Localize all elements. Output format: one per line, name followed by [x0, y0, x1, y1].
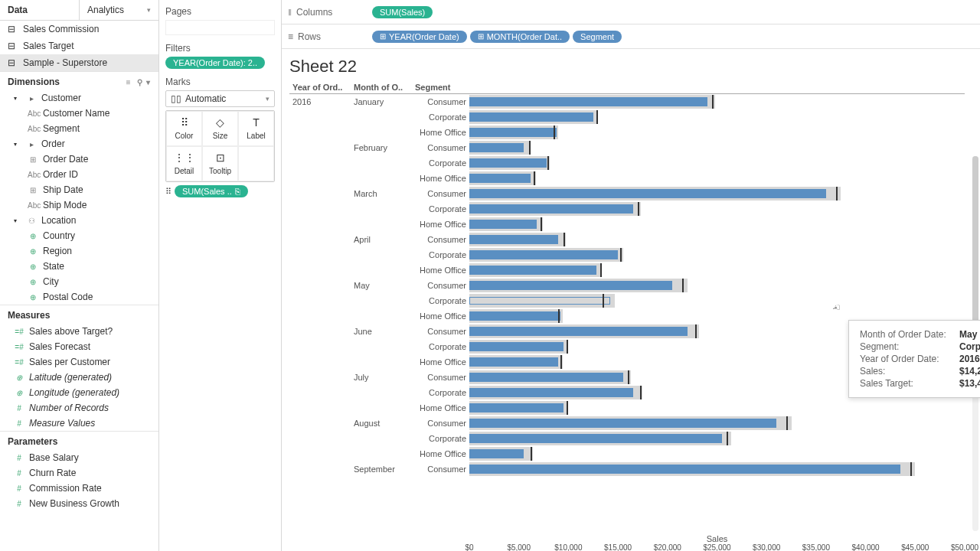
marks-type-select[interactable]: ▯▯ Automatic ▾ [165, 90, 275, 107]
sales-bar[interactable] [469, 204, 633, 214]
field-item[interactable]: ⊕Region [0, 243, 158, 259]
field-item[interactable]: #Commission Rate [0, 481, 158, 496]
field-item[interactable]: #Base Salary [0, 450, 158, 465]
field-item[interactable]: ⊞Ship Date [0, 182, 158, 197]
field-item[interactable]: AbcCustomer Name [0, 106, 158, 121]
tab-data[interactable]: Data [0, 0, 80, 20]
sales-bar[interactable] [469, 403, 564, 412]
marks-label[interactable]: TLabel [238, 111, 274, 146]
marks-size[interactable]: ◇Size [202, 111, 238, 146]
field-item[interactable]: ⊕Latitude (generated) [0, 370, 158, 385]
dimensions-tools[interactable]: ≡ ⚲ ▾ [126, 78, 151, 86]
field-item[interactable]: AbcOrder ID [0, 167, 158, 182]
sheet-title[interactable]: Sheet 22 [289, 57, 965, 77]
bar-row[interactable]: MayConsumer [289, 278, 965, 293]
sales-bar[interactable] [469, 112, 593, 122]
bar-row[interactable]: Corporate [289, 155, 965, 171]
sales-bar[interactable] [469, 342, 564, 351]
field-item[interactable]: #Churn Rate [0, 465, 158, 481]
bar-row[interactable]: Home Office [289, 171, 965, 186]
row-pill[interactable]: ⊞MONTH(Order Dat.. [470, 31, 570, 43]
datasource-item[interactable]: ⊟Sales Target [0, 37, 158, 54]
sales-bar[interactable] [469, 434, 722, 443]
sales-bar[interactable] [469, 419, 776, 428]
tab-analytics[interactable]: Analytics▾ [80, 0, 158, 20]
sales-bar[interactable] [469, 235, 558, 244]
sales-bar[interactable] [469, 297, 610, 305]
field-item[interactable]: =#Sales per Customer [0, 354, 158, 370]
field-item[interactable]: =#Sales above Target? [0, 324, 158, 339]
field-type-icon: ⊕ [28, 232, 38, 240]
field-type-icon: Abc [28, 171, 38, 179]
row-pill[interactable]: Segment [573, 31, 622, 43]
bar-row[interactable]: Corporate [289, 109, 965, 125]
bar-row[interactable]: Home Office [289, 400, 965, 416]
field-item[interactable]: #New Business Growth [0, 496, 158, 511]
sales-bar[interactable] [469, 311, 560, 321]
field-item[interactable]: ▾⚇Location [0, 213, 158, 228]
axis-tick-label: $20,000 [654, 543, 681, 551]
row-pill[interactable]: ⊞YEAR(Order Date) [372, 31, 467, 43]
field-item[interactable]: ⊕Postal Code [0, 289, 158, 305]
field-item[interactable]: AbcSegment [0, 121, 158, 136]
sales-bar[interactable] [469, 174, 531, 183]
sales-bar[interactable] [469, 388, 633, 397]
datasource-item[interactable]: ⊟Sample - Superstore [0, 54, 158, 71]
cards-pane: Pages Filters YEAR(Order Date): 2.. Mark… [159, 0, 282, 551]
axis-tick-label: $10,000 [554, 543, 582, 551]
field-item[interactable]: ⊕Longitude (generated) [0, 385, 158, 400]
sales-bar[interactable] [469, 220, 537, 229]
bar-row[interactable]: Home Office [289, 217, 965, 232]
pages-card[interactable]: Pages [165, 6, 275, 35]
field-item[interactable]: #Measure Values [0, 416, 158, 431]
marks-detail[interactable]: ⋮⋮Detail [166, 146, 202, 181]
sales-bar[interactable] [469, 449, 524, 458]
bar-row[interactable]: MarchConsumer [289, 186, 965, 201]
field-item[interactable]: ⊕State [0, 259, 158, 274]
column-pill[interactable]: SUM(Sales) [372, 6, 433, 18]
field-item[interactable]: =#Sales Forecast [0, 339, 158, 354]
sales-bar[interactable] [469, 373, 623, 382]
field-item[interactable]: ⊞Order Date [0, 152, 158, 167]
bar-row[interactable]: Home Office [289, 446, 965, 461]
sales-bar[interactable] [469, 465, 900, 474]
marks-pill-sum-sales[interactable]: SUM(Sales .. ⎘ [175, 185, 248, 197]
sales-bar[interactable] [469, 327, 688, 336]
sales-bar[interactable] [469, 357, 558, 367]
bar-row[interactable]: SeptemberConsumer [289, 461, 965, 477]
marks-tooltip[interactable]: ⊡Tooltip [202, 146, 238, 181]
sales-bar[interactable] [469, 158, 547, 168]
filters-card[interactable]: Filters YEAR(Order Date): 2.. [165, 43, 275, 69]
marks-color[interactable]: ⠿Color [166, 111, 202, 146]
bar-row[interactable]: AugustConsumer [289, 416, 965, 431]
bar-row[interactable]: Corporate [289, 201, 965, 217]
bar-row[interactable]: Home Office [289, 125, 965, 140]
columns-shelf[interactable]: ⦀Columns SUM(Sales) [282, 0, 980, 24]
field-item[interactable]: ⊕City [0, 274, 158, 289]
sales-bar[interactable] [469, 189, 826, 198]
field-type-icon: =# [14, 328, 24, 336]
sales-bar[interactable] [469, 143, 524, 152]
filter-pill-year[interactable]: YEAR(Order Date): 2.. [165, 57, 265, 69]
x-axis[interactable]: Sales $0$5,000$10,000$15,000$20,000$25,0… [469, 520, 965, 551]
bar-row[interactable]: Corporate [289, 247, 965, 262]
sales-bar[interactable] [469, 281, 672, 290]
bar-row[interactable]: AprilConsumer [289, 232, 965, 247]
field-item[interactable]: ⊕Country [0, 228, 158, 243]
field-item[interactable]: AbcShip Mode [0, 197, 158, 213]
field-item[interactable]: ▾▸Order [0, 136, 158, 152]
field-item[interactable]: #Number of Records [0, 400, 158, 416]
datasource-item[interactable]: ⊟Sales Commission [0, 21, 158, 37]
bar-row[interactable]: 2016JanuaryConsumer [289, 94, 965, 109]
sales-bar[interactable] [469, 128, 557, 137]
bar-row[interactable]: FebruaryConsumer [289, 140, 965, 155]
bar-row[interactable]: Corporate [289, 431, 965, 446]
bar-row[interactable]: Corporate [289, 293, 965, 308]
field-item[interactable]: ▾▸Customer [0, 90, 158, 106]
rows-shelf[interactable]: ≡Rows ⊞YEAR(Order Date)⊞MONTH(Order Dat.… [282, 24, 980, 49]
sales-bar[interactable] [469, 250, 618, 259]
chart-body[interactable]: 2016JanuaryConsumerCorporateHome OfficeF… [289, 94, 965, 519]
bar-row[interactable]: Home Office [289, 262, 965, 278]
sales-bar[interactable] [469, 97, 707, 106]
sales-bar[interactable] [469, 266, 596, 275]
